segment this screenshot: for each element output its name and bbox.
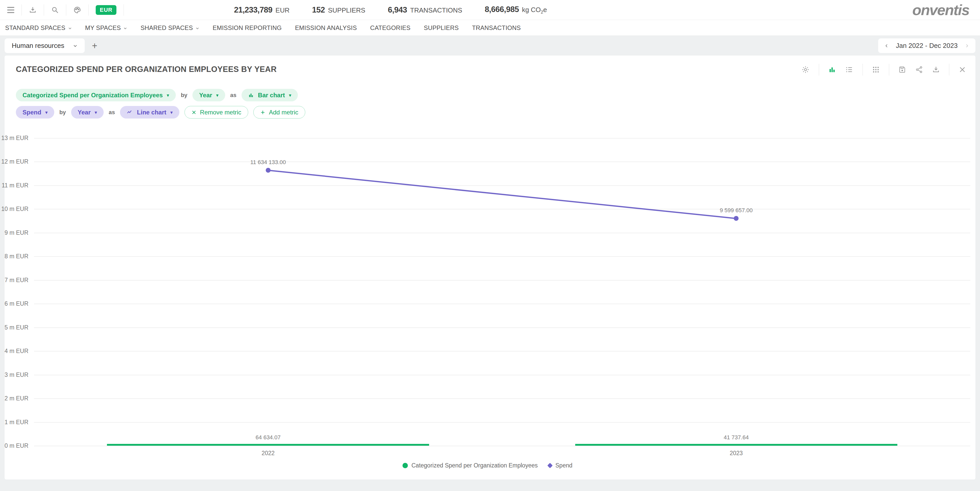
- view-chart-button[interactable]: [828, 66, 836, 73]
- workspace-tab-label: Human resources: [12, 42, 64, 49]
- y-axis-tick-label: 0 m EUR: [5, 442, 29, 449]
- nav-emission-analysis[interactable]: EMISSION ANALYSIS: [295, 24, 357, 32]
- chevron-down-icon: [68, 26, 72, 30]
- currency-cell: EUR: [89, 4, 124, 16]
- line-data-label: 9 599 657.00: [720, 207, 752, 214]
- metric-select[interactable]: Categorized Spend per Organization Emplo…: [16, 89, 176, 101]
- caret-down-icon: ▾: [289, 92, 291, 98]
- dimension-select[interactable]: Year▾: [71, 106, 103, 118]
- search-icon: [51, 6, 59, 14]
- caret-down-icon: ▾: [216, 92, 218, 98]
- y-axis-tick-label: 7 m EUR: [5, 276, 29, 284]
- as-label: as: [230, 92, 236, 99]
- search-button[interactable]: [44, 4, 66, 16]
- app-root: EUR 21,233,789 EUR 152 SUPPLIERS 6,943 T…: [0, 0, 980, 491]
- chevron-left-icon: [884, 43, 889, 48]
- view-list-button[interactable]: [845, 65, 853, 74]
- stat-label: SUPPLIERS: [328, 6, 365, 14]
- y-axis-tick-label: 12 m EUR: [1, 158, 29, 165]
- download-icon: [932, 66, 940, 73]
- date-range-label: Jan 2022 - Dec 2023: [896, 42, 958, 49]
- y-axis-tick-label: 5 m EUR: [5, 324, 29, 331]
- nav-my-spaces[interactable]: MY SPACES: [85, 24, 127, 32]
- theme-button[interactable]: [66, 4, 89, 16]
- caret-down-icon: ▾: [170, 110, 173, 115]
- stat-transactions: 6,943 TRANSACTIONS: [388, 5, 462, 14]
- chevron-down-icon: [123, 26, 127, 30]
- x-axis-tick-label: 2023: [730, 450, 743, 457]
- y-axis-tick-label: 9 m EUR: [5, 229, 29, 236]
- menu-button[interactable]: [0, 4, 22, 16]
- stat-value: 6,943: [388, 5, 407, 14]
- remove-metric-button[interactable]: Remove metric: [185, 106, 248, 118]
- download-chart-button[interactable]: [932, 66, 940, 73]
- close-icon: [191, 110, 197, 115]
- currency-badge[interactable]: EUR: [96, 5, 116, 15]
- caret-down-icon: ▾: [95, 110, 97, 115]
- menu-icon: [7, 7, 14, 13]
- date-range-picker[interactable]: Jan 2022 - Dec 2023: [878, 38, 975, 53]
- add-workspace-button[interactable]: +: [92, 41, 97, 50]
- y-axis-tick-label: 11 m EUR: [2, 182, 29, 189]
- y-axis-tick-label: 10 m EUR: [1, 206, 29, 212]
- spend-line: [34, 138, 970, 446]
- legend-item[interactable]: Categorized Spend per Organization Emplo…: [402, 462, 538, 469]
- stat-value: 152: [312, 5, 325, 14]
- y-axis-tick-label: 6 m EUR: [5, 300, 29, 307]
- by-label: by: [59, 109, 66, 116]
- legend-item[interactable]: Spend: [548, 462, 573, 469]
- dimension-select[interactable]: Year▾: [192, 89, 225, 101]
- plot-area: 0 m EUR1 m EUR2 m EUR3 m EUR4 m EUR5 m E…: [34, 138, 970, 446]
- circle-marker-icon: [402, 463, 408, 468]
- apps-grid-button[interactable]: [872, 66, 880, 73]
- metric-row-1: Categorized Spend per Organization Emplo…: [16, 89, 975, 101]
- onventis-logo: onventis: [912, 1, 969, 18]
- line-point-2023[interactable]: [734, 216, 739, 221]
- workspace-bar: Human resources + Jan 2022 - Dec 2023: [0, 36, 980, 56]
- plus-icon: [260, 110, 265, 115]
- nav-transactions[interactable]: TRANSACTIONS: [472, 24, 521, 32]
- chevron-right-icon: [965, 43, 969, 48]
- date-next-button[interactable]: [965, 43, 969, 48]
- as-label: as: [109, 109, 115, 116]
- y-axis-tick-label: 13 m EUR: [1, 135, 29, 142]
- by-label: by: [181, 92, 188, 99]
- line-point-2022[interactable]: [266, 168, 270, 173]
- chart-type-select[interactable]: Line chart▾: [120, 106, 179, 118]
- stat-value: 8,666,985: [485, 5, 519, 14]
- nav-emission-reporting[interactable]: EMISSION REPORTING: [213, 24, 282, 32]
- chart-type-select[interactable]: Bar chart▾: [242, 89, 298, 101]
- nav-shared-spaces[interactable]: SHARED SPACES: [140, 24, 199, 32]
- stat-label: TRANSACTIONS: [410, 6, 462, 14]
- settings-button[interactable]: [802, 65, 810, 74]
- legend-label: Spend: [555, 462, 573, 469]
- workspace-tab[interactable]: Human resources: [5, 38, 85, 53]
- chevron-down-icon: [196, 26, 199, 30]
- line-data-label: 11 634 133.00: [250, 159, 286, 166]
- metric-builder: Categorized Spend per Organization Emplo…: [5, 74, 975, 118]
- share-button[interactable]: [915, 66, 923, 73]
- bar-chart-icon: [248, 92, 254, 98]
- close-panel-button[interactable]: [959, 66, 966, 73]
- bar-chart-icon: [828, 66, 836, 73]
- divider: [862, 64, 863, 75]
- nav-suppliers[interactable]: SUPPLIERS: [424, 24, 459, 32]
- line-chart-icon: [127, 109, 133, 115]
- stat-label: EUR: [275, 6, 290, 14]
- chart-area: 0 m EUR1 m EUR2 m EUR3 m EUR4 m EUR5 m E…: [5, 138, 970, 469]
- legend-label: Categorized Spend per Organization Emplo…: [412, 462, 538, 469]
- date-prev-button[interactable]: [884, 43, 889, 48]
- add-metric-button[interactable]: Add metric: [253, 106, 305, 118]
- metric-select[interactable]: Spend▾: [16, 106, 54, 118]
- nav-categories[interactable]: CATEGORIES: [370, 24, 410, 32]
- nav-standard-spaces[interactable]: STANDARD SPACES: [5, 24, 72, 32]
- y-axis-tick-label: 2 m EUR: [5, 395, 29, 402]
- stat-suppliers: 152 SUPPLIERS: [312, 5, 365, 14]
- chart-panel: CATEGORIZED SPEND PER ORGANIZATION EMPLO…: [5, 56, 975, 480]
- export-button[interactable]: [22, 4, 44, 16]
- x-axis-tick-label: 2022: [261, 450, 275, 457]
- list-icon: [845, 65, 853, 74]
- panel-toolbar: [802, 64, 966, 75]
- settings-icon: [802, 65, 810, 74]
- save-button[interactable]: [898, 66, 906, 73]
